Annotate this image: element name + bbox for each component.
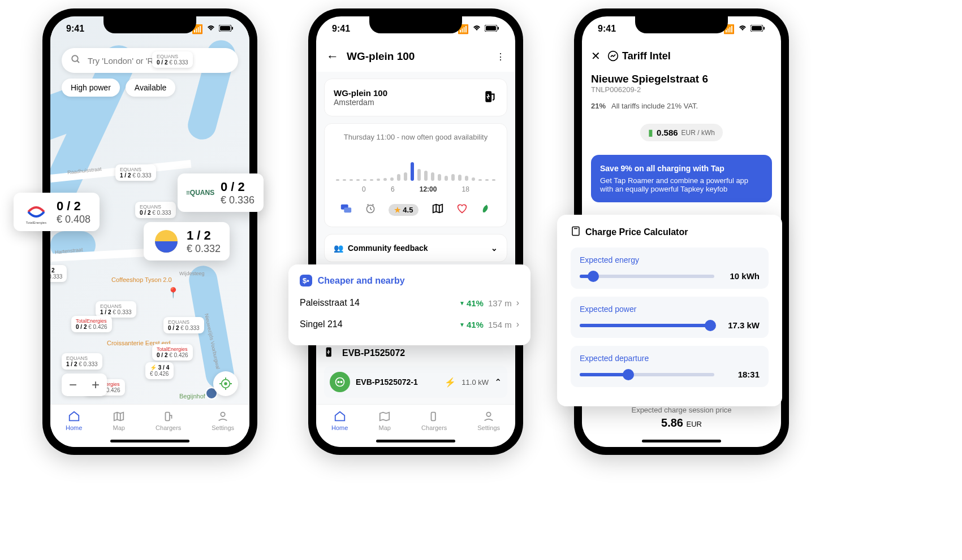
- wifi-icon: [206, 24, 215, 34]
- chevron-up-icon: ⌃: [494, 377, 502, 388]
- price-tag-icon: $•: [300, 275, 312, 286]
- brand: Tariff Intel: [607, 50, 671, 62]
- svg-point-3: [72, 55, 78, 62]
- nav-home[interactable]: Home: [331, 410, 348, 431]
- map-marker[interactable]: 0 / 2€ 0.333: [50, 265, 67, 282]
- session-price: Expected charge session price 5.86 EUR: [591, 406, 772, 429]
- filter-high-power[interactable]: High power: [62, 79, 120, 97]
- zoom-controls: − +: [62, 374, 107, 396]
- home-indicator: [110, 440, 189, 442]
- map-marker[interactable]: EQUANS0 / 2 € 0.333: [163, 317, 204, 333]
- detail-header: ← WG-plein 100 ⋮: [316, 41, 515, 72]
- svg-rect-19: [486, 26, 496, 31]
- status-time: 9:41: [332, 24, 350, 34]
- poi-begijnhof: Begijnhof: [179, 393, 205, 400]
- status-icons: 📶: [192, 24, 234, 34]
- status-icons: 📶: [723, 24, 765, 34]
- close-button[interactable]: ✕: [591, 49, 601, 63]
- menu-button[interactable]: ⋮: [496, 51, 505, 62]
- rating-pill[interactable]: ★4.5: [389, 204, 419, 216]
- heart-icon[interactable]: [456, 203, 468, 217]
- calculator-icon: [571, 226, 581, 238]
- svg-point-32: [486, 413, 490, 416]
- svg-point-14: [221, 413, 225, 416]
- calc-slider-row: 17.3 kW: [580, 320, 760, 330]
- svg-text:TotalEnergies: TotalEnergies: [26, 221, 46, 224]
- clock-icon[interactable]: [365, 203, 376, 217]
- charger-icon: [324, 346, 337, 361]
- star-icon: ★: [394, 206, 401, 214]
- nav-home[interactable]: Home: [66, 410, 82, 431]
- chat-icon[interactable]: [340, 202, 352, 218]
- people-icon: 👥: [334, 244, 343, 253]
- tariff-location: Nieuwe Spiegelstraat 6: [591, 73, 772, 85]
- trend-icon: [607, 50, 619, 62]
- svg-point-29: [338, 381, 339, 383]
- nav-settings[interactable]: Settings: [477, 410, 500, 431]
- zoom-in-button[interactable]: +: [84, 374, 107, 396]
- map-marker[interactable]: ⚡ 3 / 4€ 0.426: [145, 362, 174, 379]
- marker-popout-te[interactable]: TotalEnergies 0 / 2€ 0.408: [14, 193, 100, 231]
- nav-settings[interactable]: Settings: [212, 410, 234, 431]
- battery-icon: ▮: [648, 127, 653, 138]
- marker-popout-main[interactable]: 1 / 2€ 0.332: [144, 222, 230, 261]
- status-icons: 📶: [458, 24, 499, 34]
- map-marker[interactable]: EQUANS1 / 2 € 0.333: [62, 353, 102, 370]
- svg-rect-35: [763, 27, 765, 30]
- wifi-icon: [472, 24, 481, 34]
- popout-text: 0 / 2€ 0.336: [221, 180, 254, 206]
- svg-rect-2: [232, 27, 233, 30]
- calc-slider-row: 10 kWh: [580, 271, 760, 281]
- filter-available[interactable]: Available: [126, 79, 176, 97]
- road-label-wijdesteeg: Wijdesteeg: [179, 271, 205, 276]
- map-marker[interactable]: TotalEnergies0 / 2 € 0.426: [71, 316, 112, 332]
- map-marker[interactable]: TotalEnergies0 / 2 € 0.426: [152, 344, 193, 361]
- zoom-out-button[interactable]: −: [62, 374, 84, 396]
- calc-title: Charge Price Calculator: [571, 226, 769, 238]
- nav-map[interactable]: Map: [378, 410, 391, 431]
- leaf-icon[interactable]: [480, 203, 491, 217]
- equans-logo: ≡QUANS: [187, 179, 214, 206]
- map-marker[interactable]: EQUANS0 / 2 € 0.333: [152, 51, 193, 68]
- svg-rect-20: [498, 27, 499, 30]
- totalenergies-logo: TotalEnergies: [23, 198, 50, 225]
- availability-chart: [334, 147, 498, 181]
- status-time: 9:41: [66, 24, 84, 34]
- nav-chargers[interactable]: Chargers: [156, 410, 181, 431]
- map-icon[interactable]: [432, 202, 444, 218]
- cheaper-row[interactable]: Paleisstraat 14 ▼41% 137 m ›: [300, 292, 519, 314]
- departure-slider[interactable]: [580, 373, 714, 376]
- calculator-card: Charge Price Calculator Expected energy …: [557, 215, 782, 406]
- chart-labels: 0612:0018: [334, 185, 498, 193]
- power-slider[interactable]: [580, 324, 714, 327]
- map-marker[interactable]: EQUANS1 / 2 € 0.333: [96, 301, 136, 318]
- map-marker[interactable]: EQUANS0 / 2 € 0.333: [135, 202, 176, 218]
- community-feedback-card[interactable]: 👥 Community feedback ⌄: [324, 234, 507, 262]
- battery-icon: [219, 24, 234, 34]
- calc-energy-group: Expected energy 10 kWh: [571, 248, 769, 289]
- nav-chargers[interactable]: Chargers: [421, 410, 447, 431]
- tariff-id: TNLP006209-2: [591, 85, 772, 94]
- evse-item[interactable]: EVB-P1525072-1 ⚡ 11.0 kW ⌃: [324, 366, 507, 398]
- search-bar[interactable]: [62, 48, 238, 73]
- svg-rect-31: [431, 413, 435, 421]
- map-marker[interactable]: EQUANS1 / 2 € 0.333: [115, 164, 156, 181]
- back-button[interactable]: ←: [326, 49, 339, 64]
- chevron-down-icon: ▼: [459, 300, 465, 306]
- cheaper-nearby-card: $• Cheaper and nearby Paleisstraat 14 ▼4…: [288, 264, 530, 345]
- marker-popout-equans[interactable]: ≡QUANS 0 / 2€ 0.336: [178, 173, 264, 212]
- popout-text: 0 / 2€ 0.408: [57, 199, 90, 225]
- home-indicator: [376, 440, 455, 442]
- energy-slider[interactable]: [580, 275, 714, 278]
- cheaper-row[interactable]: Singel 214 ▼41% 154 m ›: [300, 314, 519, 335]
- filter-chips: High power Available: [62, 79, 175, 97]
- notch: [103, 16, 196, 33]
- chevron-right-icon: ›: [516, 319, 519, 329]
- action-row: ★4.5: [334, 202, 498, 218]
- locate-button[interactable]: [213, 371, 238, 396]
- promo-card[interactable]: Save 9% on all charging with Tap Get Tap…: [591, 155, 772, 202]
- pin-icon: 📍: [167, 286, 179, 299]
- nav-map[interactable]: Map: [113, 410, 125, 431]
- location-card[interactable]: WG-plein 100 Amsterdam: [324, 79, 507, 116]
- wifi-icon: [738, 24, 747, 34]
